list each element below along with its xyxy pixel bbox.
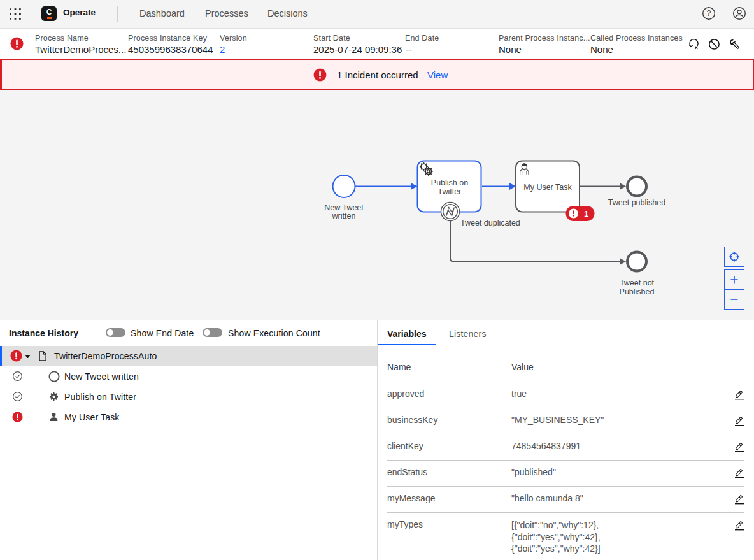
svg-text:1: 1	[584, 209, 588, 219]
svg-text:written: written	[332, 212, 356, 220]
svg-text:Published: Published	[620, 287, 655, 296]
svg-text:Publish on: Publish on	[431, 178, 468, 187]
svg-text:Tweet duplicated: Tweet duplicated	[460, 219, 520, 227]
svg-text:?: ?	[707, 9, 711, 18]
svg-text:Tweet not: Tweet not	[620, 278, 655, 287]
svg-text:My User Task: My User Task	[523, 183, 572, 192]
svg-text:New Tweet: New Tweet	[324, 203, 364, 212]
svg-text:Tweet published: Tweet published	[608, 198, 665, 207]
svg-text:Twitter: Twitter	[438, 187, 462, 196]
